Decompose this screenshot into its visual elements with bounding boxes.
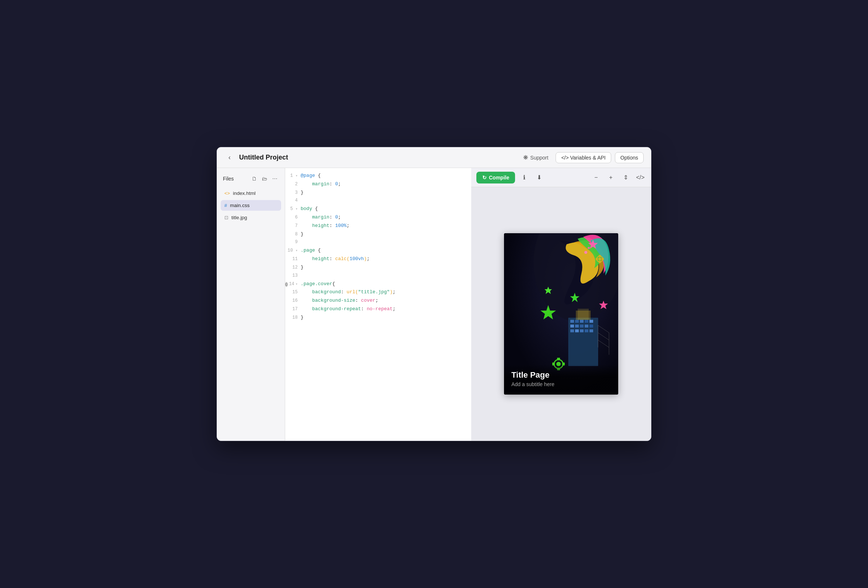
svg-rect-20 xyxy=(575,320,579,323)
svg-line-37 xyxy=(598,333,609,340)
code-line-5: 5▾ body { xyxy=(285,205,471,213)
line-number-16: 16 xyxy=(285,297,301,305)
file-item-title-jpg[interactable]: ⊡ title.jpg xyxy=(221,212,281,223)
code-line-10: 10▾ .page { xyxy=(285,247,471,255)
css-file-icon: # xyxy=(224,202,227,208)
support-label: Support xyxy=(530,155,548,161)
line-number-18: 18 xyxy=(285,314,301,322)
code-line-12: 12 } xyxy=(285,263,471,272)
code-content-1: @page { xyxy=(301,172,467,180)
expand-button[interactable]: ⇕ xyxy=(620,172,631,183)
svg-rect-14 xyxy=(557,358,560,360)
preview-page: Title Page Add a subtitle here xyxy=(504,233,618,394)
code-content-8: } xyxy=(301,230,467,239)
svg-rect-11 xyxy=(596,258,598,260)
more-options-button[interactable]: ⋯ xyxy=(271,174,279,183)
variables-api-button[interactable]: </> Variables & API xyxy=(556,152,611,163)
html-file-icon: <> xyxy=(224,191,230,196)
back-button[interactable]: ‹ xyxy=(224,152,235,163)
img-file-icon: ⊡ xyxy=(224,215,229,220)
code-line-1: 1▾ @page { xyxy=(285,172,471,180)
code-content-14: .page.cover{ xyxy=(301,280,467,288)
file-name-title-jpg: title.jpg xyxy=(231,215,247,220)
svg-rect-25 xyxy=(575,325,579,328)
new-file-button[interactable]: 🗋 xyxy=(250,174,258,183)
line-number-2: 2 xyxy=(285,180,301,188)
line-number-17: 17 xyxy=(285,306,301,313)
line-number-13: 13 xyxy=(285,272,301,280)
support-icon: ❋ xyxy=(523,154,528,161)
file-item-main-css[interactable]: # main.css xyxy=(221,200,281,211)
code-content-11: height: calc(100vh); xyxy=(301,255,467,263)
download-button[interactable]: ⬇ xyxy=(533,172,545,183)
svg-point-7 xyxy=(598,257,601,260)
options-button[interactable]: Options xyxy=(615,152,644,163)
line-number-14: i 14▾ xyxy=(285,281,301,288)
code-view-button[interactable]: </> xyxy=(635,172,646,183)
code-line-13: 13 xyxy=(285,272,471,280)
svg-rect-9 xyxy=(599,261,601,263)
code-line-17: 17 background-repeat: no-repeat; xyxy=(285,305,471,313)
code-line-15: 15 background: url("title.jpg"); xyxy=(285,288,471,297)
line-number-1: 1▾ xyxy=(285,172,301,180)
svg-rect-30 xyxy=(575,329,579,332)
svg-rect-22 xyxy=(585,320,588,323)
zoom-in-button[interactable]: + xyxy=(605,172,616,183)
code-content-15: background: url("title.jpg"); xyxy=(301,288,467,297)
file-name-main-css: main.css xyxy=(230,202,249,208)
line-number-9: 9 xyxy=(285,238,301,246)
svg-rect-26 xyxy=(580,325,583,328)
support-button[interactable]: ❋ Support xyxy=(520,152,552,163)
line-number-11: 11 xyxy=(285,255,301,263)
preview-page-title: Title Page xyxy=(511,370,611,380)
code-content-12: } xyxy=(301,263,467,272)
code-line-8: 8 } xyxy=(285,230,471,239)
preview-bottom-text: Title Page Add a subtitle here xyxy=(504,364,618,394)
compile-button[interactable]: ↻ Compile xyxy=(476,172,515,183)
svg-rect-28 xyxy=(589,325,593,328)
line-number-12: 12 xyxy=(285,264,301,272)
svg-rect-10 xyxy=(602,258,604,260)
code-line-6: 6 margin: 0; xyxy=(285,213,471,222)
line-number-10: 10▾ xyxy=(285,247,301,254)
code-line-4: 4 xyxy=(285,197,471,205)
info-icon-14: i xyxy=(285,282,288,287)
code-editor[interactable]: 1▾ @page { 2 margin: 0; 3 } 4 xyxy=(285,168,471,441)
code-content-18: } xyxy=(301,313,467,322)
titlebar-actions: ❋ Support </> Variables & API Options xyxy=(520,152,644,163)
main-content: Files 🗋 🗁 ⋯ <> index.html # main.css ⊡ t… xyxy=(217,168,651,441)
code-line-11: 11 height: calc(100vh); xyxy=(285,255,471,263)
files-label: Files xyxy=(223,176,248,182)
line-number-7: 7 xyxy=(285,222,301,230)
svg-point-2 xyxy=(584,251,587,254)
code-line-7: 7 height: 100%; xyxy=(285,222,471,230)
compile-icon: ↻ xyxy=(482,174,487,180)
code-line-18: 18 } xyxy=(285,313,471,322)
info-button[interactable]: ℹ xyxy=(519,172,530,183)
project-title: Untitled Project xyxy=(239,154,515,161)
preview-content: Title Page Add a subtitle here xyxy=(471,187,651,441)
zoom-out-button[interactable]: − xyxy=(590,172,602,183)
code-line-9: 9 xyxy=(285,238,471,247)
file-item-index-html[interactable]: <> index.html xyxy=(221,188,281,199)
code-content-16: background-size: cover; xyxy=(301,297,467,305)
code-line-16: 16 background-size: cover; xyxy=(285,297,471,305)
svg-point-3 xyxy=(588,247,590,249)
titlebar: ‹ Untitled Project ❋ Support </> Variabl… xyxy=(217,147,651,168)
svg-rect-24 xyxy=(570,325,574,328)
svg-line-38 xyxy=(598,340,609,347)
app-window: ‹ Untitled Project ❋ Support </> Variabl… xyxy=(217,147,651,441)
file-name-index-html: index.html xyxy=(233,191,256,196)
compile-label: Compile xyxy=(489,174,509,180)
preview-page-subtitle: Add a subtitle here xyxy=(511,381,611,387)
line-number-15: 15 xyxy=(285,288,301,296)
svg-rect-35 xyxy=(578,309,589,320)
line-number-8: 8 xyxy=(285,230,301,238)
line-number-4: 4 xyxy=(285,197,301,204)
svg-rect-19 xyxy=(570,320,574,323)
new-folder-button[interactable]: 🗁 xyxy=(260,174,269,183)
svg-rect-27 xyxy=(585,325,588,328)
svg-rect-8 xyxy=(599,255,601,257)
line-number-6: 6 xyxy=(285,214,301,222)
code-content-5: body { xyxy=(301,205,467,213)
